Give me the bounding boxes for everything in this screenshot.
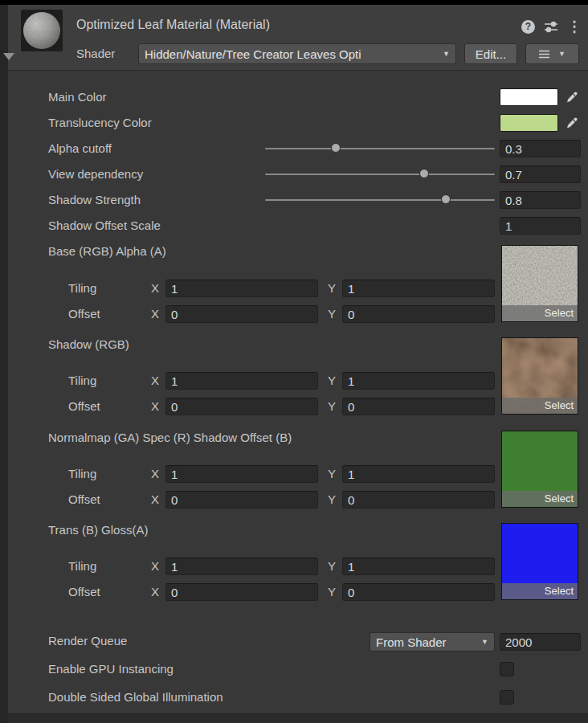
- y-axis-label: Y: [328, 465, 336, 483]
- double-sided-gi-checkbox[interactable]: [500, 690, 514, 705]
- offset-x-field[interactable]: [165, 305, 318, 323]
- alpha-cutoff-value-field[interactable]: [500, 140, 581, 157]
- view-dependency-slider[interactable]: [265, 165, 495, 183]
- y-axis-label: Y: [328, 280, 336, 297]
- list-icon: [539, 50, 549, 59]
- tiling-label: Tiling: [68, 280, 96, 297]
- offset-y-field[interactable]: [342, 305, 495, 323]
- kebab-menu-icon[interactable]: ⋮: [567, 19, 582, 34]
- inspector-window: Optimized Leaf Material (Material) ? ⋮ S…: [0, 0, 588, 723]
- x-axis-label: X: [151, 491, 159, 509]
- texture-label: Base (RGB) Alpha (A): [48, 243, 166, 260]
- shader-dropdown[interactable]: Hidden/Nature/Tree Creator Leaves Opti ▼: [138, 43, 456, 64]
- main-color-label: Main Color: [48, 88, 107, 106]
- material-preview-sphere: [23, 12, 60, 49]
- translucency-color-eyedropper-button[interactable]: [561, 114, 582, 132]
- x-axis-label: X: [151, 372, 159, 390]
- tiling-y-field[interactable]: [342, 280, 495, 297]
- x-axis-label: X: [151, 280, 159, 297]
- slider-thumb[interactable]: [441, 194, 451, 204]
- alpha-cutoff-slider[interactable]: [265, 140, 495, 157]
- tiling-y-field[interactable]: [342, 558, 495, 575]
- offset-x-field[interactable]: [165, 583, 318, 601]
- tiling-y-field[interactable]: [342, 465, 495, 483]
- slider-thumb[interactable]: [331, 143, 341, 153]
- material-inspector: Optimized Leaf Material (Material) ? ⋮ S…: [8, 5, 588, 723]
- shadow-strength-label: Shadow Strength: [48, 191, 141, 209]
- view-dependency-value-field[interactable]: [500, 165, 581, 183]
- x-axis-label: X: [151, 583, 159, 601]
- tiling-x-field[interactable]: [165, 465, 318, 483]
- texture-label: Trans (B) Gloss(A): [48, 521, 148, 539]
- gpu-instancing-checkbox[interactable]: [500, 662, 514, 676]
- double-sided-gi-label: Double Sided Global Illumination: [48, 688, 223, 706]
- shader-menu-button[interactable]: ▼: [525, 43, 579, 64]
- render-queue-value-field[interactable]: [500, 633, 581, 651]
- material-header: Optimized Leaf Material (Material) ? ⋮ S…: [8, 5, 588, 71]
- header-icons: ? ⋮: [521, 19, 582, 34]
- texture-select-button[interactable]: Select: [502, 398, 578, 414]
- tiling-x-field[interactable]: [165, 558, 318, 575]
- tiling-y-field[interactable]: [342, 372, 495, 390]
- offset-x-field[interactable]: [165, 398, 318, 415]
- alpha-cutoff-label: Alpha cutoff: [48, 140, 112, 157]
- shader-label: Shader: [76, 43, 115, 64]
- offset-y-field[interactable]: [342, 398, 495, 415]
- texture-thumbnail[interactable]: Select: [501, 431, 578, 508]
- render-queue-label: Render Queue: [48, 632, 127, 650]
- help-icon[interactable]: ?: [521, 20, 535, 34]
- y-axis-label: Y: [328, 305, 336, 323]
- inspector-bottom-edge: [8, 713, 588, 723]
- texture-thumbnail[interactable]: Select: [501, 337, 578, 415]
- render-queue-dropdown[interactable]: From Shader ▼: [370, 632, 495, 652]
- texture-thumbnail[interactable]: Select: [501, 523, 578, 600]
- inspector-left-gutter: [0, 5, 8, 723]
- shader-dropdown-value: Hidden/Nature/Tree Creator Leaves Opti: [145, 47, 361, 61]
- shadow-strength-slider[interactable]: [265, 191, 495, 209]
- x-axis-label: X: [151, 398, 159, 415]
- shadow-strength-value-field[interactable]: [500, 191, 581, 209]
- tiling-x-field[interactable]: [165, 372, 318, 390]
- y-axis-label: Y: [328, 558, 336, 575]
- translucency-color-label: Translucency Color: [48, 114, 152, 132]
- texture-select-button[interactable]: Select: [502, 491, 578, 507]
- offset-y-field[interactable]: [342, 491, 495, 509]
- offset-label: Offset: [68, 491, 100, 509]
- texture-select-button[interactable]: Select: [502, 305, 578, 321]
- foldout-arrow-icon[interactable]: [3, 53, 14, 60]
- offset-label: Offset: [68, 305, 100, 323]
- slider-thumb[interactable]: [419, 169, 429, 178]
- x-axis-label: X: [151, 305, 159, 323]
- texture-select-button[interactable]: Select: [502, 583, 578, 599]
- slider-track[interactable]: [265, 199, 495, 201]
- slider-track[interactable]: [265, 148, 495, 149]
- eyedropper-icon: [566, 92, 578, 103]
- x-axis-label: X: [151, 558, 159, 575]
- chevron-down-icon: ▼: [478, 638, 488, 646]
- x-axis-label: X: [151, 465, 159, 483]
- offset-y-field[interactable]: [342, 583, 495, 601]
- y-axis-label: Y: [328, 583, 336, 601]
- tiling-label: Tiling: [68, 372, 96, 390]
- offset-x-field[interactable]: [165, 491, 318, 509]
- tiling-label: Tiling: [68, 465, 96, 483]
- offset-label: Offset: [68, 398, 100, 415]
- slider-track[interactable]: [265, 174, 495, 175]
- offset-label: Offset: [68, 583, 100, 601]
- chevron-down-icon: ▼: [555, 50, 566, 58]
- chevron-down-icon: ▼: [439, 50, 450, 58]
- material-title: Optimized Leaf Material (Material): [76, 18, 270, 32]
- shadow-offset-scale-label: Shadow Offset Scale: [48, 217, 161, 235]
- y-axis-label: Y: [328, 491, 336, 509]
- shadow-offset-scale-field[interactable]: [500, 217, 581, 235]
- tiling-label: Tiling: [68, 558, 96, 575]
- tiling-x-field[interactable]: [165, 280, 318, 297]
- main-color-swatch[interactable]: [500, 88, 558, 106]
- translucency-color-swatch[interactable]: [500, 114, 558, 132]
- material-preview-thumbnail[interactable]: [21, 10, 63, 51]
- main-color-eyedropper-button[interactable]: [561, 88, 582, 106]
- texture-thumbnail[interactable]: Select: [501, 245, 578, 322]
- presets-icon[interactable]: [544, 21, 558, 33]
- edit-shader-button[interactable]: Edit...: [464, 43, 517, 64]
- y-axis-label: Y: [328, 372, 336, 390]
